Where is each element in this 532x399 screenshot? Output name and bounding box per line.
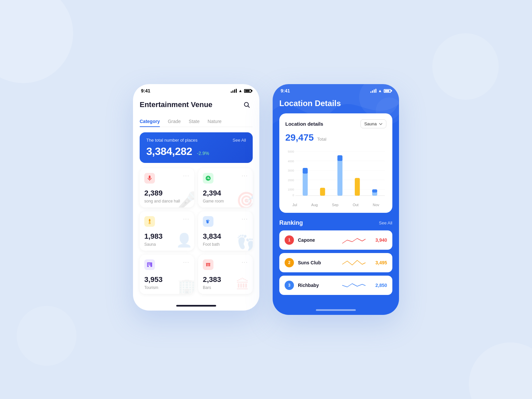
svg-rect-39 [337, 158, 342, 196]
card-dots-3[interactable]: ··· [183, 216, 190, 222]
card-icon-1 [144, 173, 155, 184]
svg-point-10 [208, 220, 209, 221]
home-indicator-blue [273, 305, 399, 315]
svg-text:3000: 3000 [288, 169, 294, 172]
card-dots-1[interactable]: ··· [183, 173, 190, 179]
card-bars: ··· 2,383 Bars 🏛 [198, 255, 253, 294]
card-icon-2 [203, 173, 213, 184]
battery-icon-blue [384, 89, 391, 93]
tab-nature[interactable]: Nature [207, 116, 221, 127]
chart-label-nov: Nov [373, 203, 379, 207]
card-bg-deco-4: 👣 [236, 234, 253, 251]
sparkline-3 [336, 280, 371, 290]
tab-category[interactable]: Category [140, 116, 160, 127]
filter-tabs: Category Grade State Nature [140, 116, 253, 127]
total-row: 29,475 Total [285, 132, 386, 143]
sauna-dropdown[interactable]: Sauna [360, 119, 386, 128]
ranking-item-3: 3 Richbaby 2,850 [279, 276, 392, 295]
total-places-value: 3,384,282 [146, 145, 192, 157]
battery-icon-white [244, 89, 251, 93]
building-icon [146, 261, 153, 268]
status-bar-blue: 9:41 ▲ [273, 84, 399, 96]
home-bar-blue [316, 309, 356, 311]
card-icon-3 [144, 216, 155, 227]
svg-text:4000: 4000 [288, 160, 294, 163]
status-time-white: 9:41 [141, 88, 150, 93]
ranking-see-all[interactable]: See All [379, 220, 392, 225]
dropdown-value: Sauna [364, 121, 377, 126]
signal-bar-1 [231, 91, 232, 93]
signal-bar-b1 [370, 91, 371, 93]
svg-rect-18 [206, 263, 210, 264]
signal-bars-blue [370, 89, 376, 93]
chevron-down-icon [379, 122, 383, 126]
rank-badge-1: 1 [285, 235, 294, 245]
signal-bars-white [231, 89, 237, 93]
chart-label-sep: Sep [332, 203, 338, 207]
total-places-change: -2.9% [197, 151, 209, 156]
battery-fill-blue [385, 90, 389, 92]
card-dots-6[interactable]: ··· [242, 259, 248, 265]
game-icon [205, 175, 211, 182]
bar-chart: 5000 4000 3000 2000 1000 0 [285, 147, 386, 207]
tab-state[interactable]: State [189, 116, 200, 127]
card-dots-5[interactable]: ··· [183, 259, 190, 265]
svg-text:0: 0 [293, 194, 294, 197]
phone-white-header: Entertainment Venue [140, 96, 253, 116]
card-header-3: ··· [144, 216, 190, 227]
phone-location-details: 9:41 ▲ Location Details Location det [273, 84, 399, 315]
svg-point-5 [208, 178, 209, 179]
svg-text:1000: 1000 [288, 188, 294, 191]
svg-rect-13 [148, 264, 149, 265]
svg-rect-16 [149, 265, 150, 266]
banner-label-row: The total number of places See All [146, 138, 246, 143]
banner-label-text: The total number of places [146, 138, 198, 143]
chart-x-labels: Jul Aug Sep Out Nov [285, 203, 386, 207]
app-title: Entertainment Venue [140, 100, 212, 109]
sparkline-1 [336, 235, 371, 245]
svg-text:2000: 2000 [288, 179, 294, 182]
card-icon-4 [203, 216, 213, 227]
rank-value-1: 3,940 [375, 237, 387, 243]
card-icon-6 [203, 259, 213, 270]
home-indicator-white [133, 301, 259, 311]
svg-rect-37 [303, 168, 308, 174]
svg-text:5000: 5000 [288, 150, 294, 153]
microphone-icon [146, 175, 153, 182]
signal-bar-b4 [375, 89, 376, 93]
rank-name-1: Capone [298, 237, 332, 243]
ranking-header: Ranking See All [279, 219, 392, 226]
search-button[interactable] [241, 99, 253, 111]
card-bg-deco-2: 🎯 [236, 191, 253, 207]
signal-bar-4 [236, 89, 237, 93]
svg-rect-40 [337, 155, 342, 161]
ranking-item-1: 1 Capone 3,940 [279, 230, 392, 250]
total-places-banner: The total number of places See All 3,384… [140, 132, 253, 163]
card-header-5: ··· [144, 259, 190, 270]
svg-rect-17 [149, 266, 151, 267]
location-details-title: Location Details [279, 96, 392, 113]
svg-point-11 [206, 220, 207, 221]
chart-svg: 5000 4000 3000 2000 1000 0 [285, 147, 386, 200]
svg-rect-15 [148, 265, 149, 266]
card-dots-4[interactable]: ··· [242, 216, 248, 222]
svg-point-9 [208, 220, 209, 221]
svg-line-1 [248, 106, 250, 108]
card-foot-bath: ··· 3,834 Foot bath 👣 [198, 211, 253, 251]
rank-name-3: Richbaby [298, 283, 332, 288]
card-dots-2[interactable]: ··· [242, 173, 248, 179]
signal-bar-b2 [372, 90, 373, 93]
banner-see-all[interactable]: See All [233, 138, 246, 143]
svg-rect-38 [320, 188, 325, 196]
card-icon-5 [144, 259, 155, 270]
status-time-blue: 9:41 [281, 88, 290, 93]
card-song-dance: ··· 2,389 song and dance hall 🎤 [140, 168, 194, 207]
sparkline-2 [336, 258, 371, 268]
search-icon [243, 101, 250, 108]
svg-rect-41 [355, 178, 360, 196]
total-number: 29,475 [285, 132, 314, 143]
tab-grade[interactable]: Grade [168, 116, 181, 127]
wifi-icon-blue: ▲ [378, 88, 382, 93]
total-label: Total [317, 137, 326, 142]
chart-label-jul: Jul [292, 203, 297, 207]
